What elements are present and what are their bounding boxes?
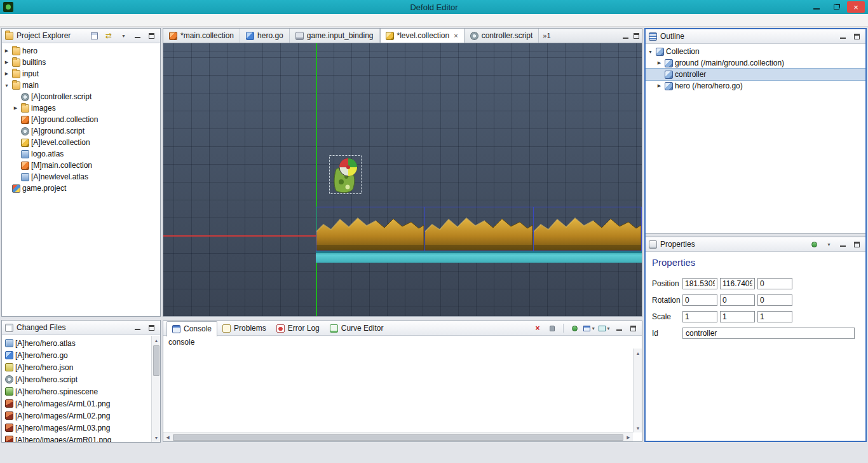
editor-tab[interactable]: *level.collection × <box>380 29 465 43</box>
scale-x-input[interactable] <box>682 311 717 322</box>
scene-viewport[interactable] <box>163 43 642 316</box>
editor-tab[interactable]: game.input_binding <box>290 29 380 43</box>
changed-file-item[interactable]: [A]hero/images/ArmR01.png <box>2 434 151 442</box>
tree-item[interactable]: ▶ hero <box>2 45 160 57</box>
collapse-all-icon[interactable] <box>88 30 100 41</box>
maximize-editor-button[interactable] <box>631 31 642 41</box>
changed-file-item[interactable]: [A]hero/hero.json <box>2 361 151 373</box>
tree-item[interactable]: ▶ images <box>2 102 160 114</box>
expand-arrow-icon[interactable]: ▶ <box>3 48 10 53</box>
window-minimize-button[interactable] <box>808 1 825 13</box>
rotation-y-input[interactable] <box>720 294 755 306</box>
minimize-view-button[interactable] <box>132 31 143 41</box>
expand-arrow-icon[interactable]: ▶ <box>12 106 19 111</box>
changed-file-item[interactable]: [A]hero/hero.script <box>2 373 151 385</box>
minimize-view-button[interactable] <box>614 323 625 334</box>
file-type-icon <box>5 436 13 442</box>
scroll-right-icon[interactable]: ▶ <box>624 433 633 442</box>
changed-file-item[interactable]: [A]hero/hero.atlas <box>2 337 151 349</box>
console-output[interactable] <box>164 349 632 432</box>
open-console-icon[interactable]: ▼ <box>599 322 611 334</box>
tree-item[interactable]: logo.atlas <box>2 148 160 160</box>
tree-item[interactable]: ▼ main <box>2 79 160 91</box>
minimize-view-button[interactable] <box>837 31 848 42</box>
scrollbar-thumb[interactable] <box>173 434 623 441</box>
editor-tab[interactable]: *main.collection <box>163 29 240 43</box>
rotation-z-input[interactable] <box>757 294 792 306</box>
ground-tiles[interactable] <box>316 207 642 263</box>
tree-item-label: builtins <box>22 58 46 67</box>
scale-y-input[interactable] <box>720 311 755 322</box>
tab-overflow-indicator[interactable]: »1 <box>539 29 554 43</box>
maximize-view-button[interactable] <box>628 323 639 334</box>
tree-item[interactable]: [A]ground.script <box>2 125 160 137</box>
console-tab[interactable]: Curve Editor <box>325 321 389 336</box>
expand-arrow-icon[interactable]: ▼ <box>3 83 10 88</box>
position-y-input[interactable] <box>720 278 755 289</box>
scroll-lock-icon[interactable] <box>546 322 558 334</box>
pin-view-icon[interactable] <box>808 238 820 250</box>
rotation-x-input[interactable] <box>682 294 717 306</box>
console-tab[interactable]: Problems <box>217 321 271 336</box>
tree-item[interactable]: ▶ builtins <box>2 57 160 68</box>
changed-file-item[interactable]: [A]hero/images/ArmL03.png <box>2 422 151 434</box>
minimize-editor-button[interactable] <box>620 31 631 41</box>
scroll-down-icon[interactable]: ▼ <box>634 424 642 432</box>
outline-header: Outline <box>646 29 865 44</box>
tree-item[interactable]: [A]controller.script <box>2 91 160 102</box>
expand-arrow-icon[interactable]: ▶ <box>3 71 10 76</box>
view-menu-icon[interactable]: ▼ <box>823 238 834 250</box>
scroll-up-icon[interactable]: ▲ <box>634 349 642 357</box>
tree-item[interactable]: ▶ input <box>2 68 160 79</box>
expand-arrow-icon[interactable]: ▶ <box>3 60 10 65</box>
scroll-left-icon[interactable]: ◀ <box>163 433 172 442</box>
window-close-button[interactable]: × <box>847 1 865 13</box>
console-horizontal-scrollbar[interactable]: ◀ ▶ <box>163 432 633 441</box>
outline-item[interactable]: ▶ ground (/main/ground.collection) <box>646 57 865 69</box>
changed-file-item[interactable]: [A]hero/images/ArmL02.png <box>2 410 151 422</box>
expand-arrow-icon[interactable]: ▼ <box>647 50 654 54</box>
changed-file-item[interactable]: [A]hero/hero.go <box>2 349 151 361</box>
outline-item[interactable]: controller <box>646 69 865 80</box>
tab-close-icon[interactable]: × <box>454 32 458 39</box>
console-tab-label: Console <box>184 324 212 333</box>
id-input[interactable] <box>682 328 855 339</box>
clear-console-icon[interactable]: × <box>532 322 543 334</box>
editor-tab[interactable]: controller.script <box>465 29 539 43</box>
display-selected-console-icon[interactable]: ▼ <box>583 322 595 334</box>
tree-item[interactable]: [A]ground.collection <box>2 114 160 125</box>
tree-item[interactable]: [A]level.collection <box>2 137 160 148</box>
node-cube-icon <box>665 82 673 90</box>
scroll-up-icon[interactable]: ▲ <box>152 336 161 345</box>
outline-item[interactable]: ▶ hero (/hero/hero.go) <box>646 80 865 92</box>
console-vertical-scrollbar[interactable]: ▲ ▼ <box>633 349 642 432</box>
changed-files-scrollbar[interactable]: ▲ ▼ <box>151 336 160 442</box>
changed-file-item[interactable]: [A]hero/images/ArmL01.png <box>2 397 151 410</box>
console-tab[interactable]: Error Log <box>271 321 325 336</box>
scale-z-input[interactable] <box>757 311 792 322</box>
tree-item[interactable]: [A]newlevel.atlas <box>2 171 160 183</box>
window-restore-button[interactable] <box>827 1 845 13</box>
hero-sprite[interactable] <box>327 151 364 196</box>
expand-arrow-icon[interactable]: ▶ <box>656 60 663 66</box>
view-menu-icon[interactable]: ▼ <box>118 30 129 41</box>
maximize-view-button[interactable] <box>851 239 862 250</box>
pin-console-icon[interactable] <box>569 322 580 334</box>
expand-arrow-icon[interactable]: ▶ <box>656 83 663 88</box>
scrollbar-thumb[interactable] <box>153 345 159 376</box>
editor-tab[interactable]: hero.go <box>240 29 290 43</box>
minimize-view-button[interactable] <box>132 322 143 333</box>
link-with-editor-icon[interactable]: ⇄ <box>103 30 114 41</box>
outline-item[interactable]: ▼ Collection <box>646 46 865 57</box>
console-tab[interactable]: Console <box>166 321 217 336</box>
maximize-view-button[interactable] <box>851 31 862 42</box>
maximize-view-button[interactable] <box>146 322 157 333</box>
maximize-view-button[interactable] <box>146 31 157 41</box>
minimize-view-button[interactable] <box>837 239 848 250</box>
tree-item[interactable]: game.project <box>2 183 160 194</box>
position-z-input[interactable] <box>757 278 792 289</box>
position-x-input[interactable] <box>682 278 717 289</box>
tree-item[interactable]: [M]main.collection <box>2 160 160 171</box>
scroll-down-icon[interactable]: ▼ <box>152 433 161 442</box>
changed-file-item[interactable]: [A]hero/hero.spinescene <box>2 385 151 397</box>
